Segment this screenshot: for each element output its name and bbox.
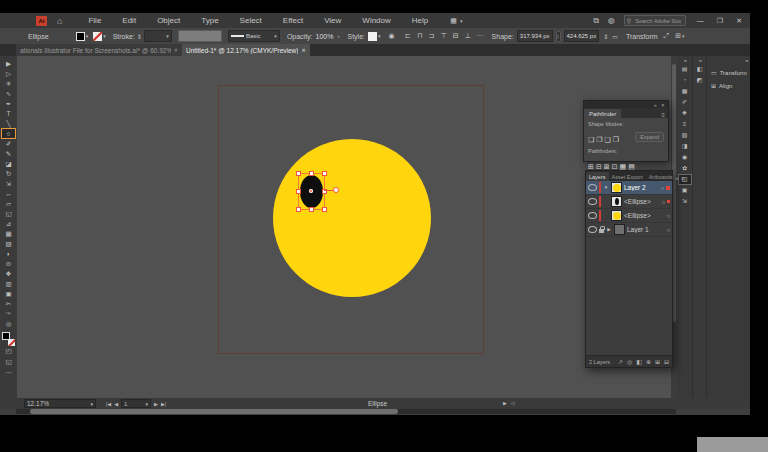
transform-label[interactable]: Transform <box>626 33 658 40</box>
stroke-caret-icon[interactable]: ▾ <box>103 33 106 39</box>
type-tool[interactable]: T <box>2 109 15 118</box>
object-name[interactable]: <Ellipse> <box>624 212 651 219</box>
brush-caret-icon[interactable]: ▾ <box>274 33 277 39</box>
transparency-panel-icon[interactable]: ◨ <box>679 142 691 151</box>
stroke-weight-stepper-icon[interactable]: ⇕ <box>137 33 142 40</box>
visibility-eye-icon[interactable] <box>588 198 597 205</box>
new-layer-icon[interactable]: ⊞ <box>655 358 660 365</box>
collect-for-export-icon[interactable]: ↗ <box>618 358 623 365</box>
menu-item[interactable]: File <box>88 16 101 25</box>
pen-tool[interactable]: ✒ <box>2 99 15 108</box>
status-flyout-icon-2[interactable]: ◁ <box>511 400 515 406</box>
artboard-number-field[interactable]: 1 ▾ <box>121 399 151 408</box>
recolor-artwork-icon[interactable]: ◉ <box>389 32 395 40</box>
selection-handle[interactable] <box>296 189 301 194</box>
layer-thumbnail[interactable] <box>614 224 625 235</box>
whats-new-icon[interactable]: ◍ <box>608 16 615 25</box>
layer-thumbnail[interactable] <box>611 182 622 193</box>
draw-mode-icon[interactable]: ◰ <box>2 346 15 355</box>
graphic-styles-panel-icon[interactable]: ✿ <box>679 164 691 173</box>
target-circle-icon[interactable]: ○ <box>667 213 670 219</box>
screen-mode-icon[interactable]: ◱ <box>2 357 15 366</box>
center-point-marker[interactable] <box>309 189 313 193</box>
brush-definition-field[interactable]: Basic ▾ <box>228 30 280 42</box>
close-panel-icon[interactable]: ✕ <box>661 102 665 108</box>
collapse-panel-icon[interactable]: » <box>676 175 679 181</box>
stroke-weight-caret-icon[interactable]: ▾ <box>166 33 169 39</box>
hand-tool[interactable]: ☞ <box>2 309 15 318</box>
free-transform-tool[interactable]: ▱ <box>2 199 15 208</box>
layer-name[interactable]: Layer 1 <box>627 226 649 233</box>
artboards-panel-icon[interactable]: ▣ <box>679 186 691 195</box>
target-circle-icon[interactable]: ○ <box>661 185 664 191</box>
paintbrush-tool[interactable]: ✐ <box>2 139 15 148</box>
selection-handle[interactable] <box>322 207 327 212</box>
mesh-tool[interactable]: ▦ <box>2 229 15 238</box>
blend-tool[interactable]: ⊙ <box>2 259 15 268</box>
libraries-panel-icon[interactable]: ◩ <box>694 76 706 85</box>
eyedropper-tool[interactable]: ◗ <box>2 249 15 258</box>
opacity-value[interactable]: 100% <box>316 33 334 40</box>
unite-icon[interactable]: ❏ <box>588 136 594 143</box>
selection-handle[interactable] <box>309 207 314 212</box>
merge-icon[interactable]: ⊠ <box>604 163 610 170</box>
intersect-icon[interactable]: ❑ <box>605 136 611 143</box>
artboard-caret-icon[interactable]: ▾ <box>146 401 149 407</box>
delete-selection-icon[interactable]: ⊟ <box>664 358 669 365</box>
visibility-eye-icon[interactable] <box>588 184 597 191</box>
shape-builder-tool[interactable]: ◱ <box>2 209 15 218</box>
layer-name[interactable]: Layer 2 <box>624 184 646 191</box>
trim-icon[interactable]: ⊟ <box>596 163 602 170</box>
tab-layers[interactable]: Layers <box>586 172 609 181</box>
close-icon[interactable]: ✕ <box>301 47 305 53</box>
shape-height-field[interactable]: 424.625 px <box>564 30 600 42</box>
panel-menu-icon[interactable]: ≡ <box>661 112 668 118</box>
brushes-panel-icon[interactable]: ✐ <box>679 98 691 107</box>
search-input[interactable] <box>633 17 683 25</box>
opacity-flyout-icon[interactable]: › <box>337 33 339 39</box>
exclude-icon[interactable]: ❒ <box>613 136 619 143</box>
outline-icon[interactable]: ▦ <box>620 163 627 170</box>
pencil-tool[interactable]: ✎ <box>2 149 15 158</box>
style-swatch[interactable] <box>368 32 377 41</box>
expand-panels-icon[interactable]: ◂◂ <box>707 58 750 63</box>
options-caret-icon[interactable]: ▾ <box>682 33 685 39</box>
first-artboard-icon[interactable]: |◀ <box>106 401 111 407</box>
menu-item[interactable]: Object <box>157 16 180 25</box>
eraser-tool[interactable]: ◪ <box>2 159 15 168</box>
align-panel-button[interactable]: ⊞ Align <box>707 79 750 92</box>
status-readout[interactable]: Ellipse <box>368 400 387 407</box>
menu-item[interactable]: Help <box>412 16 428 25</box>
selection-handle[interactable] <box>309 171 314 176</box>
selection-handle[interactable] <box>296 171 301 176</box>
layer-row-layer1[interactable]: ▶ Layer 1 ○ <box>586 223 672 237</box>
selection-handle[interactable] <box>322 171 327 176</box>
expand-button[interactable]: Expand <box>635 132 664 142</box>
selection-tool[interactable]: ▶ <box>2 59 15 68</box>
disclosure-triangle-icon[interactable]: ▼ <box>603 185 609 190</box>
gradient-panel-icon[interactable]: ▧ <box>679 131 691 140</box>
artboard-tool[interactable]: ▣ <box>2 289 15 298</box>
selection-color-badge[interactable] <box>666 186 670 190</box>
visibility-eye-icon[interactable] <box>588 226 597 233</box>
menu-item[interactable]: View <box>324 16 341 25</box>
selection-handle[interactable] <box>296 207 301 212</box>
stroke-panel-icon[interactable]: ≡ <box>679 120 691 129</box>
expand-panels-icon[interactable]: ◂◂ <box>698 58 700 63</box>
adobe-stock-search[interactable]: ⚲ <box>624 15 686 26</box>
align-vertical-center-icon[interactable]: ⊟ <box>452 32 460 40</box>
make-clipping-mask-icon[interactable]: ◧ <box>636 358 642 365</box>
align-horizontal-left-icon[interactable]: ⊏ <box>404 32 412 40</box>
workspace-switcher[interactable]: ▦ ▾ <box>450 17 462 25</box>
close-icon[interactable]: ✕ <box>174 47 178 53</box>
menu-item[interactable]: Type <box>201 16 218 25</box>
document-tab[interactable]: ationals Illustrator File for Screenshot… <box>16 44 182 56</box>
divide-icon[interactable]: ⊞ <box>588 163 594 170</box>
next-artboard-icon[interactable]: ▶ <box>154 401 158 407</box>
gradient-tool[interactable]: ▧ <box>2 239 15 248</box>
stroke-color-swatch[interactable] <box>93 32 102 41</box>
horizontal-scrollbar[interactable] <box>16 409 676 414</box>
line-segment-tool[interactable]: ╲ <box>2 119 15 128</box>
layer-row-ellipse-black[interactable]: <Ellipse> ○ <box>586 195 672 209</box>
edit-toolbar-icon[interactable]: ⋯ <box>2 368 15 377</box>
